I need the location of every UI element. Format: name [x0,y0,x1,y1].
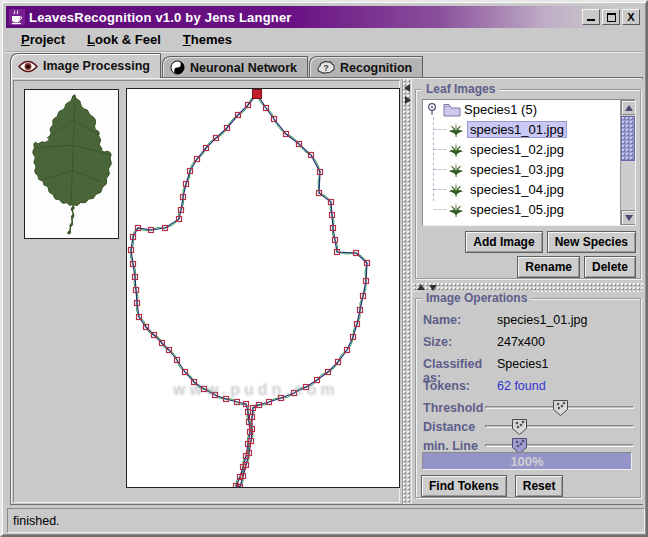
thought-bubble-icon: ? [317,61,335,75]
tree-item-label[interactable]: species1_04.jpg [467,181,567,198]
minimize-button[interactable] [582,9,600,25]
threshold-slider[interactable] [485,399,634,417]
splitter-collapse-right-icon[interactable] [405,96,411,104]
tab-label: Recognition [340,61,412,75]
status-bar: finished. [7,508,645,533]
tree-stub [434,129,446,130]
app-icon [9,9,25,25]
arrow-up-icon [625,105,633,111]
image-processing-pane: www.pudn.com [13,80,400,503]
menu-project[interactable]: Project [12,29,74,50]
slider-label: min. Line [423,439,485,453]
leaf-images-group: Leaf Images Species1 (5) [415,89,641,279]
splitter-collapse-left-icon[interactable] [404,84,410,92]
tree-item-species1-03[interactable]: species1_03.jpg [423,159,635,179]
token-marker [253,90,262,99]
field-tokens: Tokens: 62 found [423,379,634,397]
tree-item-species1-05[interactable]: species1_05.jpg [423,199,635,219]
tree-item-label[interactable]: species1_01.jpg [467,121,567,138]
leaf-icon [448,141,464,157]
reset-button[interactable]: Reset [515,475,564,497]
tab-label: Neuronal Network [190,61,297,75]
add-image-button[interactable]: Add Image [465,231,542,253]
field-value: Species1 [497,357,548,375]
leaf-images-tree: Species1 (5) species1_01.jpg species1_02… [422,99,636,226]
tree-item-species1-01[interactable]: species1_01.jpg [423,119,635,139]
leaf-icon [448,121,464,137]
tree-item-label[interactable]: species1_02.jpg [467,141,567,158]
tree-item-label[interactable]: species1_05.jpg [467,201,567,218]
folder-icon [443,103,461,117]
tree-stub [434,209,446,210]
distance-slider-row: Distance [423,418,634,436]
tree-expand-handle-icon[interactable] [426,102,438,117]
maximize-icon [607,13,616,22]
image-operations-title: Image Operations [422,291,531,305]
eye-icon [18,60,38,73]
tab-recognition[interactable]: ? Recognition [309,56,423,78]
svg-text:?: ? [323,62,329,72]
progress-bar: 100% [422,452,632,470]
field-classified-as: Classified as: Species1 [423,357,634,375]
slider-track[interactable] [485,444,634,447]
tree-stub [434,149,446,150]
maximize-button[interactable] [602,9,620,25]
titlebar[interactable]: LeavesRecognition v1.0 by Jens Langner X [6,6,642,28]
slider-track[interactable] [485,425,634,428]
field-label: Name: [423,313,497,331]
leaf-images-title: Leaf Images [422,82,499,96]
distance-slider[interactable] [485,418,634,436]
token-canvas: www.pudn.com [126,88,400,488]
tab-neuronal-network[interactable]: Neuronal Network [162,56,308,78]
delete-button[interactable]: Delete [584,256,636,278]
tree-item-species1-04[interactable]: species1_04.jpg [423,179,635,199]
tree-scrollbar[interactable] [620,100,635,225]
slider-thumb[interactable] [512,419,527,435]
tab-image-processing[interactable]: Image Processing [10,53,161,78]
minimize-icon [587,18,595,21]
vertical-splitter[interactable] [402,79,412,504]
slider-label: Distance [423,420,485,434]
menu-look-and-feel[interactable]: Look & Feel [78,29,170,50]
threshold-slider-row: Threshold [423,399,634,417]
slider-label: Threshold [423,401,485,415]
close-button[interactable]: X [622,9,640,25]
field-size: Size: 247x400 [423,335,634,353]
slider-thumb[interactable] [553,400,568,416]
scrollbar-thumb[interactable] [621,116,635,161]
status-text: finished. [13,514,60,528]
tree-item-species1-02[interactable]: species1_02.jpg [423,139,635,159]
tree-node-species1[interactable]: Species1 (5) [423,100,635,119]
image-operations-group: Image Operations Name: species1_01.jpg S… [415,298,641,498]
field-value: 247x400 [497,335,545,353]
watermark: www.pudn.com [173,381,339,399]
tab-bar: Image Processing Neuronal Network ? Reco… [10,53,424,78]
tab-label: Image Processing [43,59,150,73]
field-label: Size: [423,335,497,353]
field-value: species1_01.jpg [497,313,587,331]
splitter-collapse-up-icon[interactable] [417,284,425,290]
tree-item-label[interactable]: species1_03.jpg [467,161,567,178]
close-icon: X [627,10,634,24]
field-label: Tokens: [423,379,497,397]
rename-button[interactable]: Rename [517,256,580,278]
leaf-icon [448,181,464,197]
tab-content-panel: www.pudn.com Leaf Images [10,77,643,505]
menu-themes[interactable]: Themes [174,29,241,50]
field-label: Classified as: [423,357,497,375]
arrow-down-icon [625,215,633,221]
scroll-up-button[interactable] [621,100,636,115]
right-pane: Leaf Images Species1 (5) [413,79,643,504]
yin-yang-icon [170,60,185,75]
find-tokens-button[interactable]: Find Tokens [421,475,507,497]
new-species-button[interactable]: New Species [547,231,636,253]
progress-text: 100% [423,454,631,469]
tree-stub [434,189,446,190]
scroll-down-button[interactable] [621,210,636,225]
field-name: Name: species1_01.jpg [423,313,634,331]
tree-stub [434,169,446,170]
leaf-icon [448,161,464,177]
tree-root-label[interactable]: Species1 (5) [461,101,540,118]
window-title: LeavesRecognition v1.0 by Jens Langner [29,10,292,25]
field-value-tokens: 62 found [497,379,546,397]
